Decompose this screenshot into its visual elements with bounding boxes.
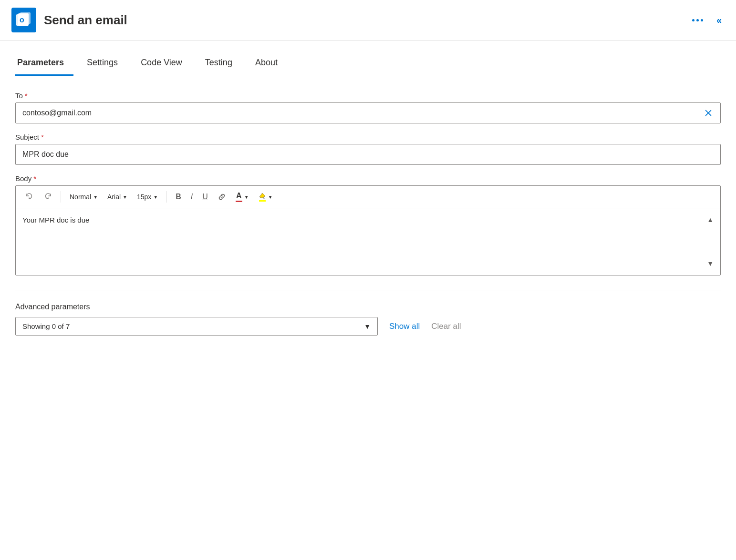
dot2 — [696, 19, 699, 21]
dot3 — [701, 19, 703, 21]
font-color-button[interactable]: A ▼ — [232, 190, 253, 204]
subject-required-star: * — [41, 133, 44, 141]
underline-button[interactable]: U — [198, 190, 212, 204]
highlight-bar — [259, 200, 266, 202]
body-label: Body * — [15, 174, 721, 183]
subject-input[interactable] — [16, 144, 720, 164]
scroll-down-button[interactable]: ▼ — [707, 260, 714, 267]
redo-icon — [43, 193, 52, 201]
subject-input-wrapper — [15, 144, 721, 165]
font-color-bar — [236, 201, 242, 202]
dot1 — [692, 19, 695, 21]
advanced-chevron-down-icon: ▼ — [364, 323, 371, 330]
subject-field-group: Subject * — [15, 133, 721, 165]
app-icon: o — [11, 8, 36, 32]
svg-marker-6 — [259, 193, 265, 198]
collapse-button[interactable]: « — [716, 15, 721, 26]
header-title: Send an email — [44, 13, 127, 28]
svg-line-7 — [263, 198, 264, 199]
to-required-star: * — [25, 92, 28, 100]
tab-testing[interactable]: Testing — [203, 52, 242, 76]
section-divider — [15, 291, 721, 291]
tab-settings[interactable]: Settings — [85, 52, 127, 76]
scroll-up-button[interactable]: ▲ — [707, 216, 714, 224]
size-label: 15px — [137, 193, 151, 201]
to-field-group: To * — [15, 92, 721, 123]
advanced-parameters-row: Showing 0 of 7 ▼ Show all Clear all — [15, 317, 721, 336]
header: o Send an email « — [0, 0, 736, 41]
to-input-wrapper — [15, 102, 721, 123]
body-content-area[interactable]: Your MPR doc is due ▲ ▼ — [16, 208, 720, 275]
tab-parameters[interactable]: Parameters — [15, 52, 73, 76]
body-text: Your MPR doc is due — [22, 216, 89, 224]
link-button[interactable] — [214, 190, 230, 204]
bold-button[interactable]: B — [172, 190, 185, 204]
undo-button[interactable] — [21, 190, 38, 204]
close-icon — [704, 109, 713, 117]
to-label: To * — [15, 92, 721, 100]
redo-button[interactable] — [40, 190, 56, 204]
highlight-chevron-down-icon: ▼ — [268, 194, 273, 200]
italic-button[interactable]: I — [187, 190, 197, 204]
tab-code-view[interactable]: Code View — [139, 52, 192, 76]
show-all-button[interactable]: Show all — [389, 322, 420, 331]
undo-icon — [25, 193, 34, 201]
svg-text:o: o — [20, 16, 24, 24]
to-input[interactable] — [16, 103, 720, 123]
highlight-button[interactable]: ▼ — [255, 190, 277, 204]
font-label: Arial — [107, 193, 121, 201]
font-color-chevron-down-icon: ▼ — [244, 194, 249, 200]
tab-about[interactable]: About — [253, 52, 287, 76]
content-area: To * Subject * — [0, 76, 736, 351]
font-chevron-down-icon: ▼ — [123, 194, 127, 200]
advanced-parameters-title: Advanced parameters — [15, 303, 721, 311]
style-label: Normal — [70, 193, 91, 201]
body-toolbar: Normal ▼ Arial ▼ 15px ▼ B — [16, 186, 720, 208]
toolbar-sep-2 — [166, 191, 167, 203]
header-left: o Send an email — [11, 8, 127, 32]
header-actions: « — [688, 15, 721, 26]
font-color-a-label: A — [236, 192, 242, 200]
highlight-icon — [259, 192, 266, 200]
link-icon — [218, 193, 226, 201]
subject-label: Subject * — [15, 133, 721, 141]
toolbar-sep-1 — [61, 191, 61, 203]
body-required-star: * — [33, 174, 36, 183]
body-editor-wrapper: Normal ▼ Arial ▼ 15px ▼ B — [15, 185, 721, 275]
size-dropdown[interactable]: 15px ▼ — [133, 191, 162, 203]
advanced-showing-text: Showing 0 of 7 — [22, 322, 364, 330]
style-dropdown[interactable]: Normal ▼ — [66, 191, 102, 203]
font-dropdown[interactable]: Arial ▼ — [104, 191, 131, 203]
tabs-bar: Parameters Settings Code View Testing Ab… — [0, 52, 736, 76]
more-options-button[interactable] — [688, 17, 707, 23]
advanced-select-dropdown[interactable]: Showing 0 of 7 ▼ — [15, 317, 378, 336]
main-container: o Send an email « Parameters Settings Co… — [0, 0, 736, 560]
style-chevron-down-icon: ▼ — [93, 194, 98, 200]
size-chevron-down-icon: ▼ — [153, 194, 158, 200]
to-clear-button[interactable] — [702, 107, 715, 119]
clear-all-button[interactable]: Clear all — [431, 322, 461, 331]
advanced-parameters-section: Advanced parameters Showing 0 of 7 ▼ Sho… — [15, 303, 721, 336]
body-field-group: Body * — [15, 174, 721, 275]
